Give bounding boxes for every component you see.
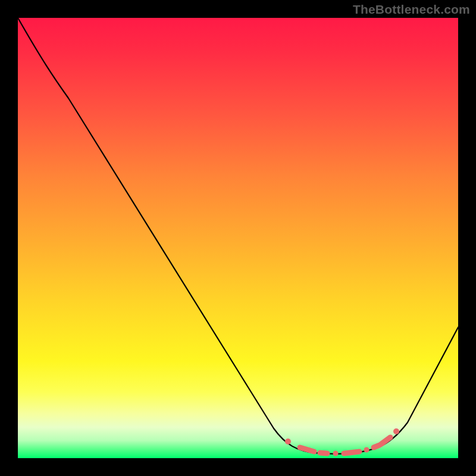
marker-dash <box>381 437 390 444</box>
marker-dash <box>320 453 327 453</box>
marker-dash <box>344 452 359 453</box>
curve-svg <box>18 18 458 458</box>
marker-dot <box>364 447 369 453</box>
watermark-text: TheBottleneck.com <box>353 2 470 17</box>
optimal-range-markers <box>285 428 399 456</box>
marker-dot <box>333 451 339 456</box>
chart-container: TheBottleneck.com <box>0 0 476 476</box>
marker-dot <box>393 428 399 434</box>
marker-dot <box>285 439 291 444</box>
plot-area <box>18 18 458 458</box>
marker-dash <box>374 445 380 447</box>
bottleneck-curve <box>18 18 458 454</box>
